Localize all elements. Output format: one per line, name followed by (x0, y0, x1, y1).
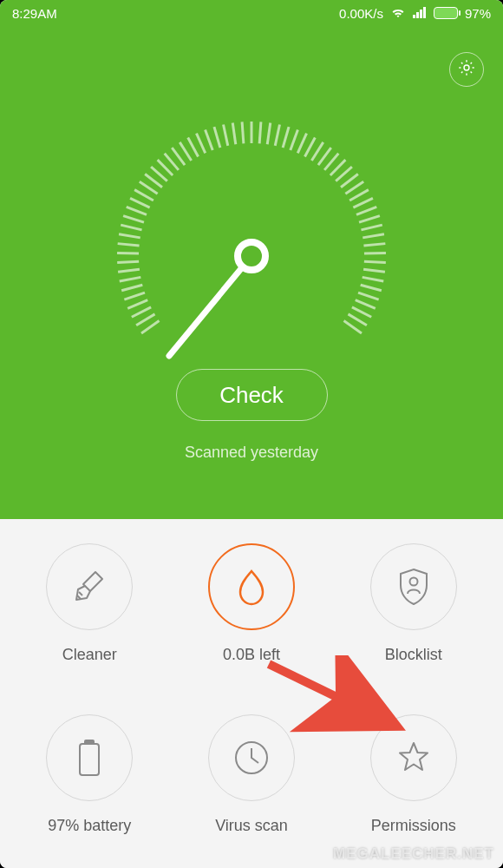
grid-label: Blocklist (385, 646, 442, 664)
svg-rect-3 (423, 7, 426, 18)
svg-line-13 (117, 261, 139, 262)
svg-line-42 (297, 134, 306, 154)
status-net-speed: 0.00K/s (339, 6, 383, 21)
grid-label: 97% battery (48, 817, 131, 835)
svg-line-41 (291, 129, 298, 149)
scan-status: Scanned yesterday (185, 444, 318, 462)
svg-line-52 (353, 198, 373, 207)
svg-line-64 (356, 300, 376, 309)
svg-line-37 (259, 122, 261, 143)
grid-item-blocklist[interactable]: Blocklist (332, 543, 494, 688)
svg-rect-1 (416, 12, 419, 18)
svg-line-58 (364, 253, 386, 254)
svg-line-67 (343, 321, 361, 333)
feature-grid: Cleaner 0.0B left Blocklist (0, 519, 503, 868)
status-battery-percent: 97% (465, 6, 491, 21)
wifi-icon (390, 6, 406, 21)
svg-line-51 (349, 190, 369, 201)
svg-rect-2 (420, 10, 422, 18)
status-time: 8:29AM (12, 6, 57, 21)
svg-line-39 (275, 124, 279, 145)
svg-line-63 (358, 293, 379, 299)
virus-scan-icon (208, 714, 295, 801)
svg-line-55 (361, 225, 382, 230)
svg-line-8 (127, 300, 147, 309)
check-button-label: Check (219, 382, 284, 409)
svg-line-7 (132, 307, 151, 317)
status-bar: 8:29AM 0.00K/s 97% (0, 0, 503, 26)
svg-line-43 (304, 137, 315, 156)
svg-line-61 (363, 277, 384, 281)
svg-line-44 (311, 142, 323, 161)
gauge-meter (95, 82, 408, 378)
svg-line-10 (121, 285, 142, 290)
grid-label: Cleaner (62, 646, 117, 664)
svg-line-18 (123, 216, 144, 222)
cleaner-icon (46, 543, 133, 630)
svg-line-11 (120, 277, 141, 281)
svg-line-9 (124, 293, 145, 299)
svg-line-33 (224, 124, 228, 145)
grid-item-virus-scan[interactable]: Virus scan (171, 714, 333, 859)
watermark: MEGALEECHER.NET (333, 845, 494, 863)
svg-line-12 (118, 269, 140, 272)
svg-line-62 (361, 285, 382, 290)
grid-item-permissions[interactable]: Permissions (332, 714, 494, 859)
grid-label: 0.0B left (223, 646, 280, 664)
svg-line-17 (121, 225, 141, 230)
svg-line-5 (141, 321, 159, 333)
svg-rect-71 (80, 744, 99, 775)
svg-line-27 (172, 148, 185, 165)
grid-label: Permissions (371, 817, 456, 835)
svg-line-15 (118, 244, 140, 246)
svg-line-50 (345, 181, 363, 194)
battery-icon (434, 7, 458, 19)
settings-button[interactable] (449, 52, 484, 87)
svg-line-53 (356, 207, 376, 214)
svg-line-35 (242, 122, 244, 143)
svg-line-28 (180, 142, 191, 161)
svg-line-66 (348, 314, 366, 326)
svg-point-70 (409, 578, 417, 586)
svg-line-38 (267, 123, 271, 145)
battery-feature-icon (46, 714, 133, 801)
svg-line-31 (206, 129, 213, 149)
svg-line-6 (136, 314, 154, 326)
svg-point-69 (238, 242, 265, 270)
svg-line-57 (363, 244, 385, 246)
svg-line-34 (232, 123, 236, 145)
svg-line-65 (352, 307, 371, 317)
svg-line-54 (359, 216, 380, 222)
grid-item-storage[interactable]: 0.0B left (171, 543, 333, 688)
svg-line-16 (119, 234, 140, 238)
grid-label: Virus scan (215, 817, 288, 835)
blocklist-icon (370, 543, 457, 630)
svg-line-59 (364, 261, 386, 262)
svg-point-4 (464, 65, 469, 70)
svg-rect-72 (85, 740, 94, 744)
hero-panel: Check Scanned yesterday (0, 26, 503, 519)
svg-line-14 (117, 253, 139, 254)
svg-line-40 (283, 127, 289, 148)
gear-icon (457, 58, 476, 81)
svg-line-30 (196, 134, 205, 154)
svg-line-56 (363, 234, 384, 238)
svg-line-68 (169, 256, 252, 356)
svg-line-19 (127, 207, 147, 214)
permissions-icon (370, 714, 457, 801)
storage-icon (208, 543, 295, 630)
svg-line-22 (140, 181, 158, 194)
svg-line-29 (188, 137, 199, 156)
svg-line-21 (134, 190, 154, 201)
svg-line-32 (214, 127, 220, 148)
svg-rect-0 (413, 15, 415, 18)
svg-line-60 (363, 269, 385, 272)
svg-line-20 (130, 198, 150, 207)
signal-icon (413, 6, 427, 21)
grid-item-battery[interactable]: 97% battery (9, 714, 171, 859)
grid-item-cleaner[interactable]: Cleaner (9, 543, 171, 688)
svg-line-45 (318, 148, 331, 165)
